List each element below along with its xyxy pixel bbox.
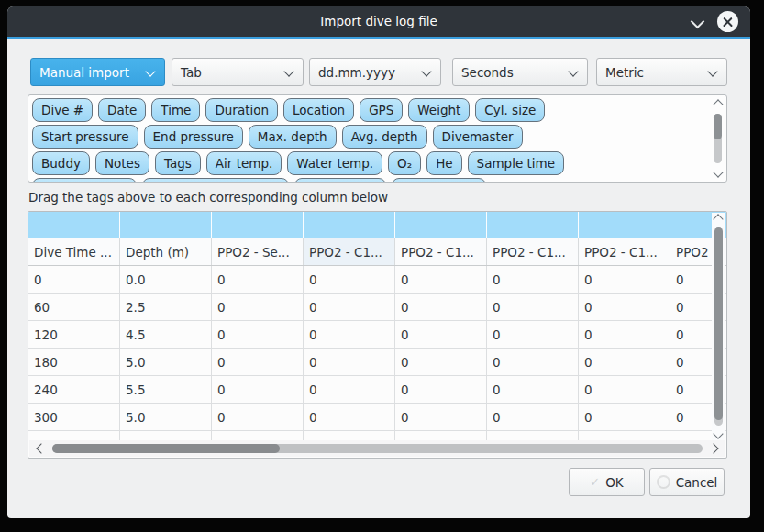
- drag-tag[interactable]: Start pressure: [32, 125, 138, 149]
- drop-cell[interactable]: [579, 212, 670, 238]
- scrollbar-track[interactable]: [714, 227, 723, 426]
- table-cell: 0: [304, 294, 395, 321]
- column-header[interactable]: PPO2 - C1...: [395, 238, 487, 265]
- import-type-select[interactable]: Manual import: [30, 58, 165, 86]
- duration-format-select[interactable]: Seconds: [452, 58, 588, 86]
- drag-tag[interactable]: Sample pO₂: [294, 178, 386, 183]
- column-header[interactable]: Dive Time ...: [28, 238, 120, 265]
- units-select[interactable]: Metric: [596, 58, 727, 86]
- chevron-right-icon[interactable]: [708, 443, 718, 453]
- scrollbar-track[interactable]: [714, 114, 722, 163]
- table-cell: 0: [212, 321, 304, 349]
- table-cell: 0: [579, 376, 670, 404]
- column-header[interactable]: PPO2 - C1...: [579, 238, 670, 265]
- field-separator-select[interactable]: Tab: [172, 58, 304, 86]
- duration-format-value: Seconds: [461, 65, 514, 80]
- date-format-value: dd.mm.yyyy: [318, 65, 395, 80]
- drag-tag[interactable]: Cyl. size: [475, 98, 545, 122]
- ok-button-label: OK: [605, 475, 623, 490]
- chevron-down-icon[interactable]: [713, 428, 723, 438]
- table-cell: 0: [395, 404, 487, 431]
- drag-tag[interactable]: Sample CNS: [392, 178, 486, 183]
- import-dialog-window: Import dive log file Manual import Tab d…: [7, 6, 750, 518]
- table-cell: 0: [212, 349, 304, 376]
- drag-tag[interactable]: Dive #: [32, 98, 93, 122]
- drag-tag[interactable]: Location: [283, 98, 354, 122]
- drag-tag[interactable]: Air temp.: [206, 151, 282, 175]
- scrollbar-thumb[interactable]: [714, 227, 723, 420]
- drag-tag[interactable]: GPS: [360, 98, 403, 122]
- scrollbar-thumb[interactable]: [52, 444, 280, 453]
- drag-tag[interactable]: Duration: [205, 98, 278, 122]
- table-cell: 0: [395, 294, 487, 321]
- drop-cell[interactable]: [28, 212, 120, 238]
- close-button[interactable]: [717, 11, 738, 32]
- chevron-down-icon[interactable]: [713, 167, 723, 177]
- drag-tag[interactable]: Date: [98, 98, 146, 122]
- chevron-up-icon[interactable]: [713, 99, 723, 109]
- drop-cell[interactable]: [212, 212, 304, 238]
- drag-tag[interactable]: Weight: [408, 98, 470, 122]
- table-cell: 2.5: [120, 294, 212, 321]
- tag-pool: Dive #DateTimeDurationLocationGPSWeightC…: [28, 94, 727, 183]
- chevron-left-icon[interactable]: [36, 443, 46, 453]
- titlebar[interactable]: Import dive log file: [7, 6, 750, 39]
- circle-icon: [657, 475, 670, 489]
- table-horizontal-scrollbar[interactable]: [29, 440, 725, 457]
- table-vertical-scrollbar[interactable]: [712, 213, 725, 440]
- column-header[interactable]: PPO2 - C1...: [487, 238, 579, 265]
- drag-tag[interactable]: Tags: [155, 151, 201, 175]
- drag-tag[interactable]: He: [426, 151, 461, 175]
- ok-button[interactable]: ✓ OK: [569, 468, 645, 496]
- table-cell: 5.0: [120, 404, 212, 431]
- table-cell: 0: [487, 349, 579, 376]
- table-row: 180 5.0 0 0 0 0 0 0: [28, 349, 727, 376]
- table-cell: 4.5: [120, 321, 212, 349]
- column-header-highlighted[interactable]: PPO2 - C1...: [304, 238, 395, 265]
- table-row: 120 4.5 0 0 0 0 0 0: [28, 321, 727, 349]
- drag-tag[interactable]: O₂: [388, 151, 421, 175]
- drag-tag[interactable]: Time: [151, 98, 200, 122]
- drag-tag[interactable]: End pressure: [144, 125, 243, 149]
- cancel-button[interactable]: Cancel: [649, 468, 725, 496]
- drag-tag[interactable]: Max. depth: [249, 125, 337, 149]
- drop-cell[interactable]: [304, 212, 395, 238]
- drag-tag[interactable]: Avg. depth: [342, 125, 427, 149]
- chevron-down-icon: [707, 66, 717, 76]
- drop-cell[interactable]: [487, 212, 579, 238]
- table-cell: 0: [487, 376, 579, 404]
- drag-tag[interactable]: Notes: [95, 151, 149, 175]
- chevron-down-icon: [421, 66, 431, 76]
- table-cell: 0: [487, 294, 579, 321]
- instruction-text: Drag the tags above to each correspondin…: [28, 190, 388, 205]
- tag-row-clipped: Sample depthSample temperatureSample pO₂…: [32, 178, 726, 183]
- table-cell: 0: [579, 321, 670, 349]
- table-cell: 0: [304, 266, 395, 294]
- scrollbar-track[interactable]: [52, 444, 703, 453]
- column-header[interactable]: PPO2 - Se...: [212, 238, 304, 265]
- table-cell: 0: [579, 404, 670, 431]
- tag-pool-scrollbar[interactable]: [712, 98, 725, 179]
- column-header[interactable]: Depth (m): [120, 238, 212, 265]
- drag-tag[interactable]: Divemaster: [433, 125, 523, 149]
- date-format-select[interactable]: dd.mm.yyyy: [309, 58, 441, 86]
- table-cell: 180: [28, 349, 120, 376]
- table-cell: 0: [304, 321, 395, 349]
- drag-tag[interactable]: Sample depth: [32, 178, 137, 183]
- chevron-down-icon: [283, 66, 293, 76]
- drop-cell[interactable]: [120, 212, 212, 238]
- table-cell: 300: [28, 404, 120, 431]
- scrollbar-thumb[interactable]: [714, 114, 722, 139]
- drag-tag[interactable]: Buddy: [32, 151, 90, 175]
- drag-tag[interactable]: Sample time: [468, 151, 564, 175]
- chevron-up-icon[interactable]: [713, 214, 723, 224]
- table-cell: 5.5: [120, 376, 212, 404]
- drop-cell[interactable]: [395, 212, 487, 238]
- tag-row: BuddyNotesTagsAir temp.Water temp.O₂HeSa…: [32, 151, 726, 175]
- drop-target-row: [28, 212, 727, 238]
- table-row: 300 5.0 0 0 0 0 0 0: [28, 404, 727, 431]
- drag-tag[interactable]: Water temp.: [287, 151, 382, 175]
- drag-tag[interactable]: Sample temperature: [142, 178, 289, 183]
- check-icon: ✓: [590, 475, 600, 489]
- table-cell: 0: [304, 349, 395, 376]
